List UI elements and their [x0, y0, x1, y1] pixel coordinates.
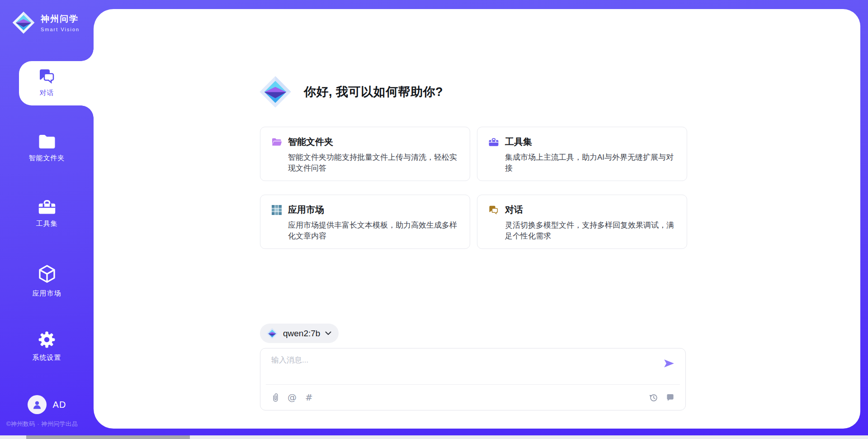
- hash-icon[interactable]: #: [305, 393, 313, 402]
- grid-icon: [271, 205, 282, 215]
- active-tab-background: [19, 61, 94, 105]
- chevron-down-icon: [325, 331, 331, 335]
- message-input[interactable]: [271, 355, 651, 380]
- mention-icon[interactable]: @: [288, 393, 297, 402]
- horizontal-scrollbar[interactable]: [0, 435, 868, 439]
- card-description: 集成市场上主流工具，助力AI与外界无缝扩展与对接: [505, 152, 676, 174]
- composer-toolbar: @ #: [266, 384, 680, 410]
- greeting-text: 你好, 我可以如何帮助你?: [304, 84, 443, 100]
- user-avatar[interactable]: AD: [0, 395, 94, 414]
- sidebar-item-chat[interactable]: 对话: [0, 68, 94, 97]
- comment-icon[interactable]: [666, 393, 675, 402]
- model-diamond-icon: [266, 328, 278, 339]
- sidebar-item-smart-folder[interactable]: 智能文件夹: [0, 134, 94, 162]
- card-toolset[interactable]: 工具集 集成市场上主流工具，助力AI与外界无缝扩展与对接: [477, 127, 687, 181]
- toolbox-icon: [38, 199, 57, 215]
- sidebar-item-label: 对话: [40, 89, 54, 97]
- model-selector[interactable]: qwen2:7b: [260, 324, 339, 343]
- card-title: 工具集: [505, 136, 532, 148]
- model-name: qwen2:7b: [283, 329, 320, 339]
- user-initials: AD: [53, 400, 66, 410]
- card-smart-folder[interactable]: 智能文件夹 智能文件夹功能支持批量文件上传与清洗，轻松实现文件问答: [260, 127, 470, 181]
- sidebar: 神州问学 Smart Vision 对话 智能文件夹 工具集: [0, 0, 94, 439]
- sidebar-footer-text: ©神州数码 · 神州问学出品: [6, 420, 78, 428]
- sidebar-item-label: 应用市场: [33, 289, 61, 298]
- cube-icon: [38, 264, 56, 285]
- sidebar-item-label: 智能文件夹: [29, 154, 65, 162]
- folder-icon: [38, 134, 56, 149]
- greeting-diamond-icon: [259, 75, 292, 109]
- page-background: { "brand": { "name": "神州问学", "subtitle":…: [0, 0, 868, 439]
- brand-diamond-icon: [12, 11, 35, 34]
- attach-icon[interactable]: [271, 392, 279, 403]
- history-icon[interactable]: [649, 393, 658, 402]
- sidebar-item-label: 工具集: [36, 220, 58, 228]
- folder-open-icon: [271, 137, 282, 148]
- card-description: 灵活切换多模型文件，支持多样回复效果调试，满足个性化需求: [505, 220, 676, 242]
- feature-cards: 智能文件夹 智能文件夹功能支持批量文件上传与清洗，轻松实现文件问答 工具集 集成…: [260, 127, 687, 249]
- chat-icon: [38, 68, 56, 84]
- card-chat[interactable]: 对话 灵活切换多模型文件，支持多样回复效果调试，满足个性化需求: [477, 195, 687, 249]
- sidebar-item-label: 系统设置: [33, 353, 61, 362]
- person-icon: [32, 399, 42, 410]
- sidebar-item-settings[interactable]: 系统设置: [0, 330, 94, 362]
- chat-icon: [488, 205, 499, 215]
- message-composer: @ #: [260, 348, 686, 410]
- avatar: [28, 395, 47, 414]
- card-description: 智能文件夹功能支持批量文件上传与清洗，轻松实现文件问答: [288, 152, 459, 174]
- toolbox-icon: [488, 137, 499, 148]
- scrollbar-thumb[interactable]: [26, 435, 190, 439]
- gear-icon: [38, 330, 56, 349]
- send-icon[interactable]: [664, 358, 675, 368]
- brand-logo: 神州问学 Smart Vision: [12, 11, 80, 34]
- greeting: 你好, 我可以如何帮助你?: [259, 75, 443, 109]
- brand-subtitle: Smart Vision: [41, 27, 80, 32]
- sidebar-item-app-market[interactable]: 应用市场: [0, 264, 94, 298]
- card-app-market[interactable]: 应用市场 应用市场提供丰富长文本模板，助力高效生成多样化文章内容: [260, 195, 470, 249]
- card-description: 应用市场提供丰富长文本模板，助力高效生成多样化文章内容: [288, 220, 459, 242]
- card-title: 应用市场: [288, 204, 324, 216]
- brand-name: 神州问学: [41, 13, 80, 25]
- card-title: 智能文件夹: [288, 136, 333, 148]
- sidebar-item-toolset[interactable]: 工具集: [0, 199, 94, 228]
- card-title: 对话: [505, 204, 523, 216]
